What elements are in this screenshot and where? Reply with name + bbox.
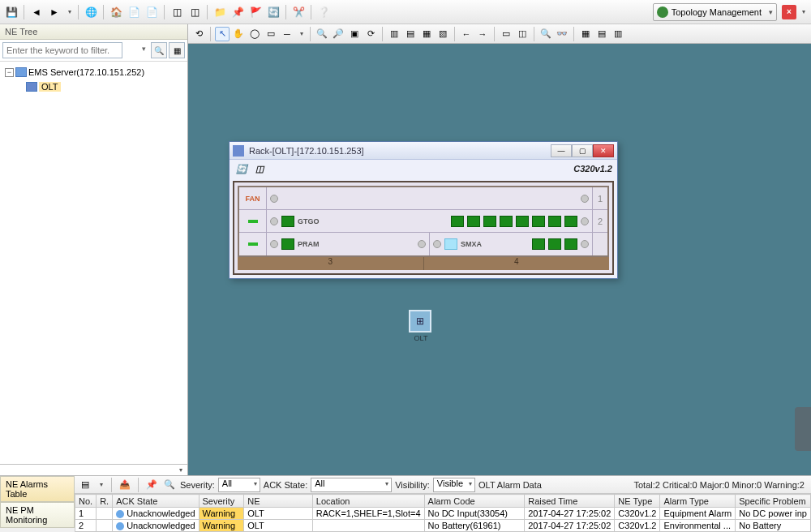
port-icon[interactable] [281,216,294,227]
port-icon[interactable] [548,238,561,250]
nav-fwd-icon[interactable]: ► [46,4,62,20]
save-icon[interactable]: 💾 [3,4,19,20]
rack-refresh-icon[interactable]: 🔄 [234,161,249,176]
status-dot-icon [581,195,589,203]
globe-icon[interactable]: 🌐 [83,4,99,20]
cut-icon[interactable]: ✂️ [290,4,307,20]
alert-dropdown-icon[interactable]: ▾ [800,5,808,19]
port-icon[interactable] [564,216,577,227]
zoom-reset-icon[interactable]: ⟳ [363,27,378,41]
port-icon[interactable] [548,216,561,227]
nav-left-icon[interactable]: ← [459,27,474,41]
slot-blank [593,233,607,255]
olt-node[interactable]: ⊞ OLT [409,310,433,342]
port-icon[interactable] [444,238,457,250]
refresh-icon[interactable]: 🔄 [265,4,281,20]
status-dot-icon [433,240,441,248]
layout3-icon[interactable]: ▦ [419,27,434,41]
grid1-icon[interactable]: ▦ [578,27,593,41]
zoom-out-icon[interactable]: 🔎 [331,27,345,41]
filter-input[interactable] [2,42,122,58]
port-icon[interactable] [281,238,294,250]
port-icon[interactable] [516,216,529,227]
port-icon[interactable] [483,216,496,227]
status-dot-icon [270,217,278,225]
visibility-label: Visibility: [395,480,430,490]
fb-export-icon[interactable]: 📤 [118,478,132,492]
table-row[interactable]: 1UnacknowledgedWarningOLTRACK=1,SHELF=1,… [75,508,811,520]
fb-pin-icon[interactable]: 📌 [144,478,159,492]
help-icon[interactable]: ❔ [315,4,332,20]
main-toolbar: 💾 ◄ ► ▾ 🌐 🏠 📄 📄 ◫ ◫ 📁 📌 🚩 🔄 ✂️ ❔ Topolog… [0,0,811,24]
line-tool-icon[interactable]: ─ [280,27,294,41]
alarm-data-label: OLT Alarm Data [478,480,542,490]
port-icon[interactable] [532,238,545,250]
close-button[interactable]: ✕ [593,144,614,157]
window1-icon[interactable]: ◫ [169,4,185,20]
zoom-in-icon[interactable]: 🔍 [315,27,329,41]
home-red-icon[interactable]: 🏠 [108,4,124,20]
filter-search-button[interactable]: 🔍 [151,42,167,58]
panel-collapse-icon[interactable]: ▾ [0,464,187,475]
flag-icon[interactable]: 🚩 [247,4,264,20]
rack-row-pram[interactable]: PRAM SMXA [239,233,607,255]
alarm-table[interactable]: No.R.ACK State SeverityNELocation Alarm … [75,494,811,532]
minimize-button[interactable]: — [551,144,572,157]
topology-canvas[interactable]: Rack-[OLT]-[172.10.151.253] — ▢ ✕ 🔄 ◫ C3… [188,44,811,475]
window2-icon[interactable]: ◫ [187,4,203,20]
port-icon[interactable] [500,216,513,227]
tab-ne-alarms[interactable]: NE Alarms Table [0,476,75,502]
port-icon[interactable] [532,216,545,227]
fb-icon1[interactable]: ▤ [78,478,92,492]
port-icon[interactable] [564,238,577,250]
nav-back-icon[interactable]: ◄ [28,4,45,20]
pan-tool-icon[interactable]: ✋ [231,27,246,41]
table-row[interactable]: 2UnacknowledgedWarningOLTNo Battery(6196… [75,520,811,532]
find-icon[interactable]: 🔍 [539,27,553,41]
doc1-icon[interactable]: 📄 [126,4,142,20]
topology-management-dropdown[interactable]: Topology Management [653,3,777,21]
port-icon[interactable] [451,216,464,227]
rack-titlebar[interactable]: Rack-[OLT]-[172.10.151.253] — ▢ ✕ [230,142,617,160]
rack-row-gtgo[interactable]: GTGO [239,210,607,233]
fb-dd-icon[interactable]: ▾ [97,478,105,492]
layout2-icon[interactable]: ▤ [403,27,418,41]
doc2-icon[interactable]: 📄 [144,4,160,20]
select-tool-icon[interactable]: ↖ [215,27,230,41]
port-icon[interactable] [467,216,480,227]
side-drawer-handle[interactable] [795,407,811,451]
led-icon [248,220,258,223]
rack-expand-icon[interactable]: ◫ [252,161,267,176]
collapse-icon[interactable]: − [5,68,14,77]
zoom-fit-icon[interactable]: ▣ [347,27,362,41]
ackstate-select[interactable]: All [311,478,392,492]
filter-clear-button[interactable]: ▦ [169,42,185,58]
layout1-icon[interactable]: ▥ [387,27,401,41]
tab-ne-pm[interactable]: NE PM Monitoring [0,502,75,528]
folder-icon[interactable]: 📁 [212,4,228,20]
marquee-icon[interactable]: ▭ [264,27,278,41]
tree-child-row[interactable]: OLT [3,79,184,94]
grid3-icon[interactable]: ▥ [611,27,625,41]
severity-select[interactable]: All [218,478,260,492]
maximize-button[interactable]: ▢ [572,144,593,157]
grid2-icon[interactable]: ▤ [594,27,609,41]
layout4-icon[interactable]: ▧ [436,27,450,41]
rack-window: Rack-[OLT]-[172.10.151.253] — ▢ ✕ 🔄 ◫ C3… [229,141,618,279]
tree-root-row[interactable]: − EMS Server(172.10.151.252) [3,65,184,79]
alert-indicator-icon[interactable]: × [782,5,796,19]
binoculars-icon[interactable]: 👓 [555,27,569,41]
cv-refresh-icon[interactable]: ⟲ [191,27,206,41]
nav-right-icon[interactable]: → [475,27,490,41]
fb-search-icon[interactable]: 🔍 [162,478,177,492]
ack-icon [116,510,124,518]
rack-row-fan[interactable]: FAN 1 [239,187,607,210]
lasso-icon[interactable]: ◯ [247,27,262,41]
visibility-select[interactable]: Visible [433,478,475,492]
view2-icon[interactable]: ◫ [515,27,530,41]
ne-tree[interactable]: − EMS Server(172.10.151.252) OLT [0,62,187,464]
line-dd-icon[interactable]: ▾ [298,27,306,41]
view1-icon[interactable]: ▭ [499,27,513,41]
nav-dropdown-icon[interactable]: ▾ [66,5,74,19]
pin-icon[interactable]: 📌 [230,4,246,20]
